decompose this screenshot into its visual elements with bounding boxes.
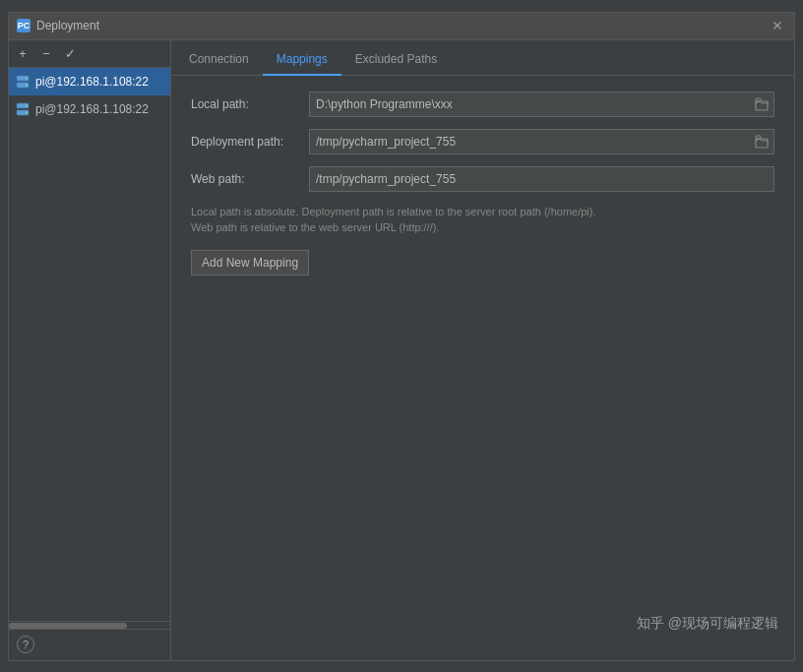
dialog-title: Deployment bbox=[36, 19, 99, 32]
server-icon-1 bbox=[15, 74, 31, 90]
svg-point-2 bbox=[26, 77, 28, 79]
web-path-label: Web path: bbox=[191, 172, 309, 186]
server-icon-2 bbox=[15, 101, 31, 117]
web-path-input-container bbox=[309, 166, 774, 192]
remove-server-button[interactable]: − bbox=[36, 43, 56, 63]
sidebar-item-server-2[interactable]: pi@192.168.1.108:22 bbox=[9, 95, 170, 123]
sidebar-bottom: ? bbox=[9, 629, 170, 660]
deployment-path-input[interactable] bbox=[309, 129, 774, 154]
sidebar-item-server-1[interactable]: pi@192.168.1.108:22 bbox=[9, 68, 170, 95]
sidebar-toolbar: + − ✓ bbox=[9, 40, 170, 68]
deployment-path-input-container bbox=[309, 129, 774, 154]
svg-point-7 bbox=[26, 111, 28, 113]
sidebar: + − ✓ pi@192.168.1.108:22 bbox=[9, 40, 171, 660]
deployment-path-browse-button[interactable] bbox=[751, 131, 772, 153]
local-path-browse-button[interactable] bbox=[751, 93, 772, 115]
web-path-input[interactable] bbox=[309, 166, 774, 192]
svg-point-3 bbox=[26, 84, 28, 86]
content-area: Local path: Deployme bbox=[171, 76, 794, 660]
deployment-path-row: Deployment path: bbox=[191, 129, 774, 154]
local-path-row: Local path: bbox=[191, 92, 774, 117]
svg-point-6 bbox=[26, 104, 28, 106]
add-mapping-button[interactable]: Add New Mapping bbox=[191, 250, 309, 275]
app-icon: PC bbox=[17, 19, 31, 32]
dialog-body: + − ✓ pi@192.168.1.108:22 bbox=[9, 40, 794, 660]
sidebar-item-label-2: pi@192.168.1.108:22 bbox=[35, 102, 149, 116]
title-bar: PC Deployment ✕ bbox=[9, 13, 794, 40]
tab-connection[interactable]: Connection bbox=[175, 43, 263, 75]
tab-excluded-paths[interactable]: Excluded Paths bbox=[341, 43, 451, 75]
svg-rect-9 bbox=[756, 98, 761, 101]
web-path-row: Web path: bbox=[191, 166, 774, 192]
svg-rect-11 bbox=[756, 136, 761, 139]
deployment-dialog: PC Deployment ✕ + − ✓ bbox=[8, 12, 795, 661]
main-content: Connection Mappings Excluded Paths Local… bbox=[171, 40, 794, 660]
sidebar-scrollbar[interactable] bbox=[9, 621, 170, 629]
apply-button[interactable]: ✓ bbox=[60, 43, 80, 63]
add-server-button[interactable]: + bbox=[13, 43, 32, 63]
tabs: Connection Mappings Excluded Paths bbox=[171, 40, 794, 76]
scrollbar-thumb bbox=[9, 623, 127, 629]
sidebar-item-label-1: pi@192.168.1.108:22 bbox=[35, 75, 149, 89]
info-text-line1: Local path is absolute. Deployment path … bbox=[191, 204, 774, 220]
close-button[interactable]: ✕ bbox=[769, 17, 786, 34]
title-bar-left: PC Deployment bbox=[17, 19, 99, 32]
local-path-input[interactable] bbox=[309, 92, 774, 117]
info-text: Local path is absolute. Deployment path … bbox=[191, 204, 774, 236]
deployment-path-label: Deployment path: bbox=[191, 135, 309, 149]
local-path-input-container bbox=[309, 92, 774, 117]
server-list: pi@192.168.1.108:22 pi@192.168.1.108:22 bbox=[9, 68, 170, 621]
local-path-label: Local path: bbox=[191, 97, 309, 111]
info-text-line2: Web path is relative to the web server U… bbox=[191, 219, 774, 236]
tab-mappings[interactable]: Mappings bbox=[263, 43, 341, 75]
help-button[interactable]: ? bbox=[17, 636, 34, 653]
